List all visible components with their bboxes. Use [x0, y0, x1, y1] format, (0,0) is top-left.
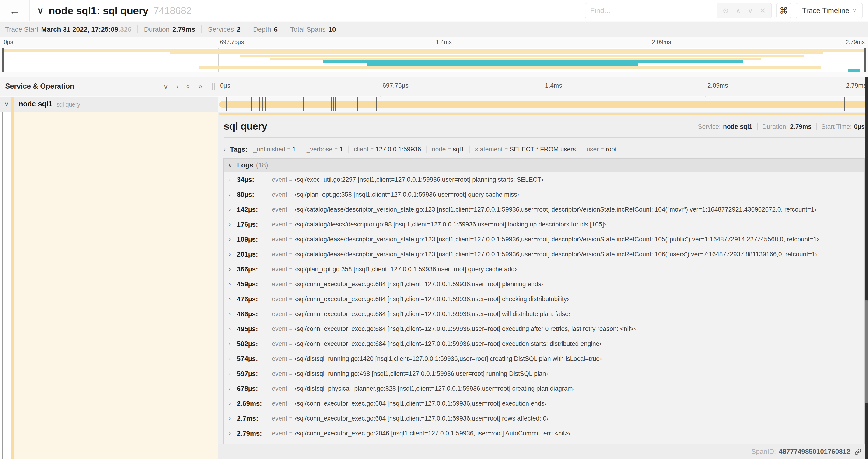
deep-link-icon[interactable]	[854, 448, 862, 456]
span-duration-bar[interactable]	[219, 101, 867, 107]
tags-row[interactable]: › Tags: _unfinished=1_verbose=1client=12…	[224, 144, 865, 154]
tag-equals: =	[370, 146, 374, 153]
log-expand-chevron-icon[interactable]: ›	[229, 251, 237, 258]
tag-pill[interactable]: client=127.0.0.1:59936	[354, 146, 421, 153]
minimap-time-labels: 0µs697.75µs1.4ms2.09ms2.79ms	[2, 37, 866, 47]
expand-all-icon[interactable]: »	[198, 82, 202, 90]
find-next-icon[interactable]: ∨	[748, 7, 753, 14]
log-row[interactable]: ›597µs:event=‹sql/distsql_running.go:498…	[224, 366, 864, 381]
log-tick-marker	[237, 97, 237, 111]
find-group: ⊙ ∧ ∨ ✕	[585, 3, 772, 19]
log-field-key: event	[272, 206, 287, 213]
log-field-key: event	[272, 340, 287, 348]
log-tick-marker	[329, 97, 330, 111]
tag-separator	[348, 145, 349, 153]
minimap-right-scrub-handle[interactable]	[864, 48, 866, 72]
log-row[interactable]: ›80µs:event=‹sql/plan_opt.go:358 [nsql1,…	[224, 187, 864, 202]
back-arrow-icon: ←	[9, 4, 20, 17]
log-row[interactable]: ›2.69ms:event=‹sql/conn_executor_exec.go…	[224, 396, 864, 411]
logs-collapse-chevron-icon[interactable]: ∨	[228, 162, 232, 169]
log-expand-chevron-icon[interactable]: ›	[229, 356, 237, 362]
tag-equals: =	[600, 146, 604, 153]
focus-scope-icon[interactable]: ⊙	[723, 7, 729, 14]
log-expand-chevron-icon[interactable]: ›	[229, 386, 237, 392]
log-row[interactable]: ›366µs:event=‹sql/plan_opt.go:358 [nsql1…	[224, 262, 864, 276]
log-expand-chevron-icon[interactable]: ›	[229, 326, 237, 332]
log-field-value: ‹sql/catalog/lease/descriptor_version_st…	[295, 206, 816, 213]
span-row-timeline[interactable]	[218, 97, 868, 112]
tag-pill[interactable]: _verbose=1	[307, 146, 343, 153]
header-toolbar: ⊙ ∧ ∨ ✕ ⌘ Trace Timeline ∨	[585, 3, 863, 19]
log-row[interactable]: ›2.79ms:event=‹sql/conn_executor_exec.go…	[224, 426, 864, 441]
span-id-value: 4877749850101760812	[779, 448, 850, 456]
log-row[interactable]: ›678µs:event=‹sql/distsql_physical_plann…	[224, 381, 864, 396]
tag-pill[interactable]: node=sql1	[432, 146, 464, 153]
log-expand-chevron-icon[interactable]: ›	[229, 176, 237, 183]
log-row[interactable]: ›201µs:event=‹sql/catalog/lease/descript…	[224, 247, 864, 262]
log-expand-chevron-icon[interactable]: ›	[229, 266, 237, 272]
log-expand-chevron-icon[interactable]: ›	[229, 400, 237, 407]
span-collapse-chevron-icon[interactable]: ∨	[4, 100, 9, 108]
log-equals: =	[289, 430, 292, 437]
log-row[interactable]: ›142µs:event=‹sql/catalog/lease/descript…	[224, 202, 864, 217]
log-row[interactable]: ›486µs:event=‹sql/conn_executor_exec.go:…	[224, 306, 864, 321]
log-expand-chevron-icon[interactable]: ›	[229, 236, 237, 242]
logs-header[interactable]: ∨ Logs (18)	[224, 159, 864, 172]
log-field-value: ‹sql/catalog/lease/descriptor_version_st…	[295, 236, 819, 243]
log-expand-chevron-icon[interactable]: ›	[229, 341, 237, 347]
find-clear-icon[interactable]: ✕	[760, 7, 766, 14]
log-row[interactable]: ›476µs:event=‹sql/conn_executor_exec.go:…	[224, 292, 864, 306]
span-row-name-column[interactable]: ∨ node sql1 sql query	[0, 97, 218, 112]
logs-title: Logs	[237, 161, 253, 169]
tag-pill[interactable]: statement=SELECT * FROM users	[475, 146, 576, 153]
log-row[interactable]: ›574µs:event=‹sql/distsql_running.go:142…	[224, 351, 864, 366]
log-expand-chevron-icon[interactable]: ›	[229, 221, 237, 228]
collapse-one-icon[interactable]: ∨	[163, 82, 168, 91]
log-tick-marker	[265, 97, 266, 111]
find-prev-icon[interactable]: ∧	[736, 7, 741, 14]
log-expand-chevron-icon[interactable]: ›	[229, 415, 237, 422]
scrollbar-thumb[interactable]	[865, 300, 868, 403]
log-field-key: event	[272, 296, 287, 303]
minimap-left-scrub-handle[interactable]	[2, 48, 4, 72]
log-field-value: ‹sql/distsql_running.go:498 [nsql1,clien…	[295, 370, 548, 378]
back-button[interactable]: ←	[0, 0, 30, 22]
log-equals: =	[289, 281, 292, 287]
vertical-scrollbar[interactable]	[865, 77, 868, 459]
log-row[interactable]: ›502µs:event=‹sql/conn_executor_exec.go:…	[224, 336, 864, 351]
log-row[interactable]: ›2.7ms:event=‹sql/conn_executor_exec.go:…	[224, 411, 864, 426]
log-expand-chevron-icon[interactable]: ›	[229, 206, 237, 213]
log-row[interactable]: ›176µs:event=‹sql/catalog/descs/descript…	[224, 217, 864, 232]
keyboard-shortcuts-button[interactable]: ⌘	[776, 3, 792, 19]
tag-value: sql1	[453, 146, 465, 153]
log-tick-marker	[303, 97, 304, 111]
stat-value: 10	[329, 26, 336, 33]
tags-expand-chevron-icon[interactable]: ›	[224, 146, 226, 153]
collapse-all-icon[interactable]: »	[185, 85, 192, 88]
view-selector-button[interactable]: Trace Timeline ∨	[796, 3, 863, 19]
log-field-key: event	[272, 251, 287, 258]
log-expand-chevron-icon[interactable]: ›	[229, 371, 237, 377]
log-expand-chevron-icon[interactable]: ›	[229, 281, 237, 287]
log-row[interactable]: ›459µs:event=‹sql/conn_executor_exec.go:…	[224, 276, 864, 292]
log-row[interactable]: ›189µs:event=‹sql/catalog/lease/descript…	[224, 232, 864, 247]
log-row[interactable]: ›34µs:event=‹sql/exec_util.go:2297 [nsql…	[224, 172, 864, 187]
stat-separator	[137, 25, 138, 33]
minimap-span-bar	[170, 52, 824, 54]
column-resizer-grip[interactable]	[212, 83, 216, 90]
span-row[interactable]: ∨ node sql1 sql query	[0, 97, 868, 112]
log-row[interactable]: ›495µs:event=‹sql/conn_executor_exec.go:…	[224, 321, 864, 336]
log-expand-chevron-icon[interactable]: ›	[229, 296, 237, 302]
minimap-canvas[interactable]	[2, 47, 866, 72]
log-expand-chevron-icon[interactable]: ›	[229, 430, 237, 437]
find-input[interactable]	[585, 3, 717, 19]
log-equals: =	[289, 251, 292, 258]
log-expand-chevron-icon[interactable]: ›	[229, 311, 237, 317]
log-timestamp: 80µs:	[237, 191, 272, 198]
overview-separator	[757, 123, 757, 130]
title-collapse-chevron-icon[interactable]: ∨	[37, 6, 43, 15]
tag-pill[interactable]: user=root	[587, 146, 617, 153]
log-expand-chevron-icon[interactable]: ›	[229, 192, 237, 198]
expand-one-icon[interactable]: ›	[177, 82, 179, 90]
tag-pill[interactable]: _unfinished=1	[253, 146, 296, 153]
